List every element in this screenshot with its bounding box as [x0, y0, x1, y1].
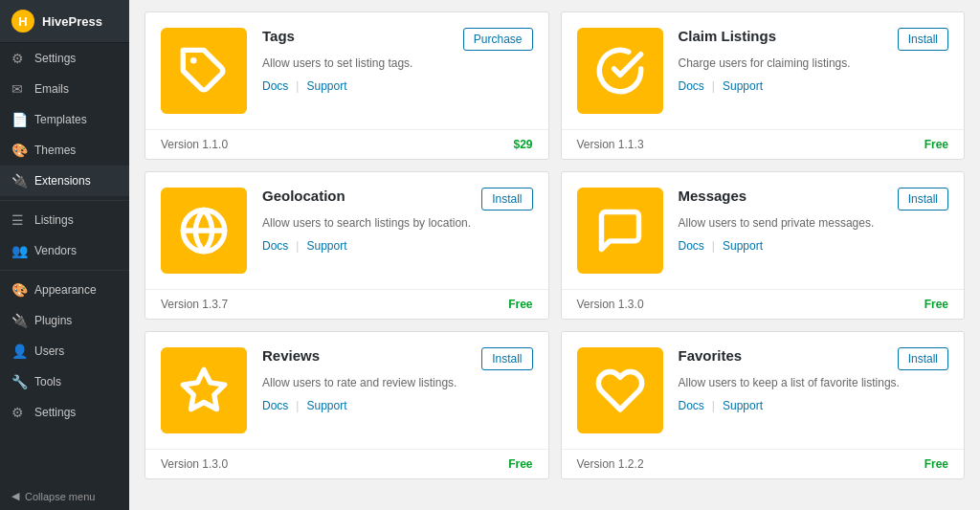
card-top: Reviews Install Allow users to rate and … — [145, 332, 548, 449]
sidebar-item-settings[interactable]: ⚙ Settings — [0, 43, 129, 74]
card-header: Reviews Install — [262, 347, 533, 370]
card-links: Docs | Support — [262, 399, 533, 412]
extension-icon-reviews — [161, 347, 247, 433]
support-link[interactable]: Support — [306, 239, 346, 253]
sidebar-item-label: Users — [34, 344, 64, 358]
link-separator: | — [296, 399, 299, 412]
card-body: Messages Install Allow users to send pri… — [679, 188, 949, 274]
install-button[interactable]: Install — [898, 347, 948, 370]
sidebar-divider — [0, 200, 129, 201]
support-link[interactable]: Support — [723, 239, 763, 253]
install-button[interactable]: Install — [898, 188, 948, 211]
card-body: Tags Purchase Allow users to set listing… — [262, 28, 533, 114]
link-separator: | — [712, 239, 715, 253]
sidebar-item-label: Settings — [34, 52, 76, 65]
card-title: Claim Listings — [679, 28, 777, 44]
card-description: Allow users to keep a list of favorite l… — [679, 374, 949, 391]
card-description: Allow users to set listing tags. — [262, 55, 533, 72]
link-separator: | — [296, 239, 299, 253]
collapse-icon: ◀ — [11, 490, 19, 502]
card-description: Charge users for claiming listings. — [679, 55, 949, 72]
sidebar-item-appearance[interactable]: 🎨 Appearance — [0, 275, 129, 305]
docs-link[interactable]: Docs — [262, 79, 288, 93]
brand-icon: H — [11, 10, 34, 33]
emails-icon: ✉ — [11, 81, 27, 97]
support-link[interactable]: Support — [723, 399, 763, 412]
sidebar-item-label: Extensions — [34, 174, 91, 188]
card-top: Geolocation Install Allow users to searc… — [145, 172, 548, 289]
card-header: Claim Listings Install — [679, 28, 949, 51]
card-body: Geolocation Install Allow users to searc… — [262, 188, 533, 274]
listings-icon: ☰ — [11, 212, 27, 228]
card-links: Docs | Support — [262, 79, 533, 93]
card-footer: Version 1.2.2 Free — [562, 449, 965, 478]
appearance-icon: 🎨 — [11, 282, 27, 298]
sidebar-item-label: Settings — [34, 406, 76, 419]
plugins-icon: 🔌 — [11, 313, 27, 328]
card-links: Docs | Support — [679, 399, 949, 412]
extensions-grid: Tags Purchase Allow users to set listing… — [145, 11, 965, 479]
vendors-icon: 👥 — [11, 243, 27, 258]
brand[interactable]: H HivePress — [0, 0, 129, 43]
card-description: Allow users to send private messages. — [679, 214, 949, 232]
card-body: Favorites Install Allow users to keep a … — [679, 347, 949, 433]
card-top: Messages Install Allow users to send pri… — [562, 172, 965, 289]
card-top: Claim Listings Install Charge users for … — [562, 12, 965, 129]
version-label: Version 1.3.7 — [161, 298, 228, 311]
extension-card-claim-listings: Claim Listings Install Charge users for … — [561, 11, 966, 160]
sidebar-item-label: Themes — [34, 144, 76, 157]
extension-card-favorites: Favorites Install Allow users to keep a … — [561, 331, 966, 479]
install-button[interactable]: Install — [481, 347, 532, 370]
link-separator: | — [296, 79, 299, 93]
extension-card-tags: Tags Purchase Allow users to set listing… — [145, 11, 549, 160]
docs-link[interactable]: Docs — [679, 239, 704, 253]
card-footer: Version 1.1.0 $29 — [145, 129, 548, 159]
sidebar-item-settings-wp[interactable]: ⚙ Settings — [0, 397, 129, 428]
tools-icon: 🔧 — [11, 374, 27, 389]
templates-icon: 📄 — [11, 112, 27, 127]
sidebar-item-label: Tools — [34, 375, 61, 388]
card-links: Docs | Support — [679, 239, 949, 253]
price-label: Free — [924, 457, 948, 471]
collapse-menu[interactable]: ◀ Collapse menu — [0, 482, 129, 510]
support-link[interactable]: Support — [306, 399, 346, 412]
link-separator: | — [712, 79, 715, 93]
sidebar-item-templates[interactable]: 📄 Templates — [0, 104, 129, 135]
settings-wp-icon: ⚙ — [11, 405, 27, 420]
install-button[interactable]: Install — [898, 28, 948, 51]
purchase-button[interactable]: Purchase — [463, 28, 533, 51]
version-label: Version 1.3.0 — [161, 457, 228, 471]
docs-link[interactable]: Docs — [679, 79, 704, 93]
docs-link[interactable]: Docs — [262, 239, 288, 253]
docs-link[interactable]: Docs — [679, 399, 704, 412]
card-title: Geolocation — [262, 188, 345, 204]
sidebar-item-themes[interactable]: 🎨 Themes — [0, 135, 129, 166]
install-button[interactable]: Install — [481, 188, 532, 211]
sidebar-item-label: Plugins — [34, 314, 72, 327]
sidebar-item-plugins[interactable]: 🔌 Plugins — [0, 305, 129, 336]
version-label: Version 1.1.3 — [577, 138, 644, 151]
settings-icon: ⚙ — [11, 51, 27, 66]
card-links: Docs | Support — [679, 79, 949, 93]
sidebar-item-extensions[interactable]: 🔌 Extensions — [0, 166, 129, 196]
support-link[interactable]: Support — [306, 79, 346, 93]
extensions-icon: 🔌 — [11, 173, 27, 188]
extension-icon-messages — [577, 188, 663, 274]
version-label: Version 1.2.2 — [577, 457, 644, 471]
sidebar-divider-2 — [0, 270, 129, 271]
docs-link[interactable]: Docs — [262, 399, 288, 412]
sidebar-item-tools[interactable]: 🔧 Tools — [0, 366, 129, 397]
support-link[interactable]: Support — [723, 79, 763, 93]
card-top: Tags Purchase Allow users to set listing… — [145, 12, 548, 129]
price-label: Free — [924, 298, 948, 311]
sidebar-item-users[interactable]: 👤 Users — [0, 336, 129, 366]
card-body: Reviews Install Allow users to rate and … — [262, 347, 533, 433]
sidebar-item-vendors[interactable]: 👥 Vendors — [0, 235, 129, 266]
sidebar-item-listings[interactable]: ☰ Listings — [0, 205, 129, 235]
card-header: Tags Purchase — [262, 28, 533, 51]
card-description: Allow users to search listings by locati… — [262, 214, 533, 232]
card-links: Docs | Support — [262, 239, 533, 253]
extension-icon-geolocation — [161, 188, 247, 274]
sidebar: H HivePress ⚙ Settings ✉ Emails 📄 Templa… — [0, 0, 129, 510]
sidebar-item-emails[interactable]: ✉ Emails — [0, 74, 129, 104]
